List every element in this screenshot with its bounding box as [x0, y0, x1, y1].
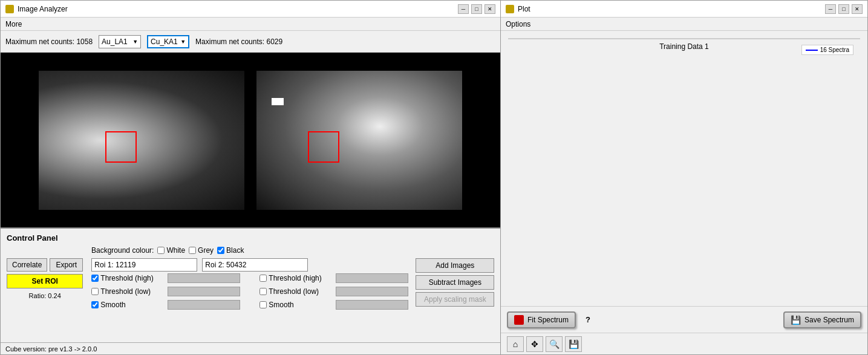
left-window: Image Analyzer ─ □ ✕ More Maximum net co…: [0, 0, 501, 355]
plot-app-icon: [506, 5, 514, 13]
plot-minimize-button[interactable]: ─: [825, 4, 836, 14]
thresh-high-1-slider[interactable]: [168, 273, 240, 283]
save-spectrum-button[interactable]: 💾 Save Spectrum: [783, 311, 861, 328]
smooth-2-checkbox[interactable]: [259, 301, 267, 308]
save-spectrum-label: Save Spectrum: [804, 316, 854, 324]
plot-wrapper: Training Data 1 16 Spectra 10⁴ 10³ 10²: [504, 34, 864, 302]
plot-legend: 16 Spectra: [801, 45, 853, 55]
roi2-input[interactable]: [202, 258, 308, 272]
grayscale-image-1: [39, 71, 244, 210]
left-title-bar: Image Analyzer ─ □ ✕: [1, 1, 500, 18]
thresh-low-2-slider[interactable]: [336, 287, 408, 296]
left-menu-bar: More: [1, 18, 500, 31]
legend-label: 16 Spectra: [820, 47, 849, 53]
save-icon: 💾: [791, 315, 801, 325]
plot-close-button[interactable]: ✕: [852, 4, 863, 14]
fit-spectrum-label: Fit Spectrum: [527, 316, 569, 324]
cp-main: Correlate Export Set ROI Ratio: 0.24 Thr…: [7, 258, 494, 311]
fit-spectrum-icon: [514, 315, 524, 325]
thresh-low-1-label[interactable]: Threshold (low): [91, 287, 164, 296]
plot-menu-bar: Options: [501, 18, 867, 31]
correlate-button[interactable]: Correlate: [7, 258, 47, 272]
right-net-counts: Maximum net counts: 6029: [195, 37, 282, 46]
bg-grey-checkbox[interactable]: [189, 247, 196, 254]
white-patch: [272, 98, 284, 105]
apply-scaling-button[interactable]: Apply scaling mask: [416, 292, 494, 307]
thresh-high-1-checkbox[interactable]: [91, 275, 99, 282]
menu-more[interactable]: More: [5, 20, 22, 28]
title-bar-left: Image Analyzer: [5, 5, 68, 13]
bg-grey-option[interactable]: Grey: [189, 246, 214, 255]
thresh-high-2-label[interactable]: Threshold (high): [259, 274, 332, 282]
smooth-1-label[interactable]: Smooth: [91, 301, 164, 309]
title-bar-controls: ─ □ ✕: [458, 4, 495, 14]
plot-toolbar: ⌂ ✥ 🔍 💾: [501, 333, 867, 354]
control-panel-title: Control Panel: [7, 233, 494, 243]
thresh-low-2-checkbox[interactable]: [259, 288, 267, 295]
legend-line: [806, 50, 818, 51]
plot-title-controls: ─ □ ✕: [825, 4, 863, 14]
ratio-label: Ratio: 0.24: [7, 292, 83, 299]
thresh-high-1-label[interactable]: Threshold (high): [91, 274, 164, 282]
bottom-controls: Fit Spectrum ? 💾 Save Spectrum: [501, 306, 867, 333]
right-dropdown-arrow: ▼: [180, 39, 186, 45]
bg-white-option[interactable]: White: [157, 246, 185, 255]
bg-colour-label: Background colour:: [91, 246, 154, 255]
plot-window-title: Plot: [518, 5, 530, 13]
thresh-low-1-slider[interactable]: [168, 287, 240, 296]
thresh-high-2-checkbox[interactable]: [259, 275, 267, 282]
smooth-1-slider[interactable]: [168, 300, 240, 310]
left-net-counts: Maximum net counts: 1058: [5, 37, 93, 46]
bg-black-option[interactable]: Black: [217, 246, 244, 255]
thresh-low-2-label[interactable]: Threshold (low): [259, 287, 332, 296]
maximize-button[interactable]: □: [471, 4, 482, 14]
home-tool-button[interactable]: ⌂: [507, 336, 524, 352]
bg-colour-row: Background colour: White Grey Black: [7, 246, 494, 255]
pan-tool-button[interactable]: ✥: [526, 336, 543, 352]
roi1-input[interactable]: [91, 258, 197, 272]
smooth-row: Smooth Smooth: [91, 300, 408, 310]
image-container-1: [39, 71, 244, 210]
cp-left-buttons: Correlate Export Set ROI Ratio: 0.24: [7, 258, 83, 311]
close-button[interactable]: ✕: [485, 4, 495, 14]
left-window-title: Image Analyzer: [18, 5, 68, 13]
bg-white-checkbox[interactable]: [157, 247, 165, 254]
plot-title: Training Data 1: [659, 42, 709, 51]
export-button[interactable]: Export: [50, 258, 83, 272]
grayscale-image-2: [256, 71, 462, 210]
thresh-high-2-slider[interactable]: [336, 273, 408, 283]
minimize-button[interactable]: ─: [458, 4, 469, 14]
right-window: Plot ─ □ ✕ Options Training Data 1 16 Sp…: [501, 0, 868, 355]
control-panel: Control Panel Background colour: White G…: [1, 227, 500, 342]
plot-title-bar: Plot ─ □ ✕: [501, 1, 867, 18]
plot-title-left: Plot: [506, 5, 530, 13]
top-controls: Maximum net counts: 1058 Au_LA1 ▼ Cu_KA1…: [1, 31, 500, 53]
images-area: [1, 53, 500, 227]
subtract-images-button[interactable]: Subtract Images: [416, 275, 494, 290]
zoom-tool-button[interactable]: 🔍: [546, 336, 563, 352]
status-text: Cube version: pre v1.3 -> 2.0.0: [5, 345, 97, 353]
status-bar: Cube version: pre v1.3 -> 2.0.0: [1, 342, 500, 354]
app-icon: [5, 5, 14, 13]
left-element-dropdown[interactable]: Au_LA1 ▼: [99, 35, 141, 48]
plot-maximize-button[interactable]: □: [838, 4, 849, 14]
image-container-2: [256, 71, 462, 210]
save-tool-button[interactable]: 💾: [565, 336, 582, 352]
threshold-high-row: Threshold (high) Threshold (high): [91, 273, 408, 283]
plot-menu-options[interactable]: Options: [506, 20, 530, 28]
bg-black-checkbox[interactable]: [217, 247, 224, 254]
add-images-button[interactable]: Add Images: [416, 258, 494, 273]
threshold-low-row: Threshold (low) Threshold (low): [91, 287, 408, 296]
smooth-2-slider[interactable]: [336, 300, 408, 310]
smooth-2-label[interactable]: Smooth: [259, 301, 332, 309]
fit-spectrum-button[interactable]: Fit Spectrum: [507, 311, 576, 328]
right-element-dropdown[interactable]: Cu_KA1 ▼: [147, 35, 189, 48]
set-roi-button[interactable]: Set ROI: [7, 274, 83, 288]
thresh-low-1-checkbox[interactable]: [91, 288, 99, 295]
smooth-1-checkbox[interactable]: [91, 301, 99, 308]
roi-box-1: [105, 131, 137, 163]
help-button[interactable]: ?: [582, 314, 594, 325]
left-dropdown-arrow: ▼: [132, 39, 138, 45]
cp-right-buttons: Add Images Subtract Images Apply scaling…: [416, 258, 494, 311]
roi-section: Threshold (high) Threshold (high) Thresh…: [91, 258, 408, 311]
